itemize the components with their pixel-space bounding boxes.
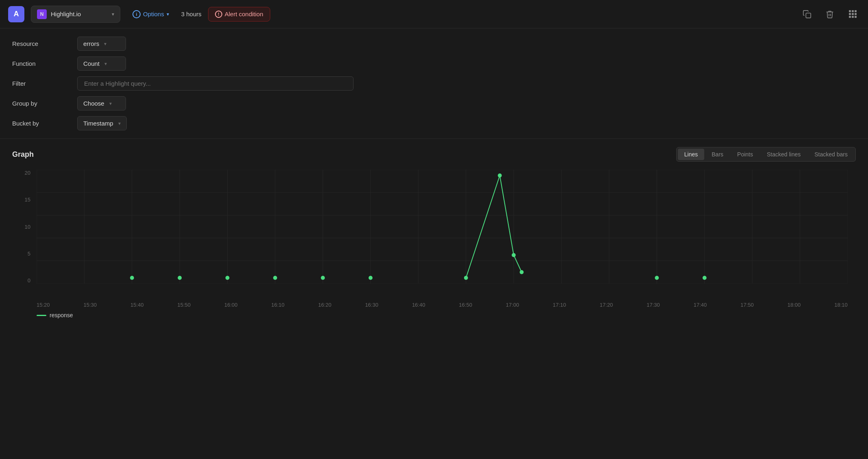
graph-header: Graph Lines Bars Points Stacked lines St… <box>12 147 856 162</box>
x-label-1600: 16:00 <box>224 302 238 308</box>
groupby-chevron-icon: ▾ <box>109 101 112 106</box>
y-label-5: 5 <box>28 251 30 257</box>
svg-point-30 <box>369 276 373 280</box>
x-label-1740: 17:40 <box>694 302 707 308</box>
resource-select[interactable]: errors ▾ <box>77 37 126 51</box>
svg-point-26 <box>178 276 182 280</box>
chart-container: 20 15 10 5 0 <box>12 170 856 308</box>
function-row: Function Count ▾ <box>12 56 856 71</box>
svg-point-31 <box>464 276 468 280</box>
bucketby-select[interactable]: Timestamp ▾ <box>77 116 127 130</box>
x-label-1620: 16:20 <box>318 302 332 308</box>
alert-label: Alert condition <box>225 11 263 17</box>
filter-label: Filter <box>12 80 77 87</box>
x-label-1720: 17:20 <box>600 302 613 308</box>
delete-button[interactable] <box>822 7 837 22</box>
resource-value: errors <box>83 40 99 47</box>
bucketby-chevron-icon: ▾ <box>118 121 121 126</box>
time-label: 3 hours <box>181 11 202 17</box>
bucketby-label: Bucket by <box>12 120 77 127</box>
graph-section: Graph Lines Bars Points Stacked lines St… <box>0 139 868 327</box>
svg-point-27 <box>226 276 230 280</box>
y-axis: 20 15 10 5 0 <box>12 170 35 284</box>
filter-input[interactable] <box>77 76 354 91</box>
graph-type-points[interactable]: Points <box>731 149 760 160</box>
config-section: Resource errors ▾ Function Count ▾ Filte… <box>0 28 868 139</box>
graph-title: Graph <box>12 150 34 159</box>
svg-point-33 <box>703 276 707 280</box>
x-axis: 15:20 15:30 15:40 15:50 16:00 16:10 16:2… <box>37 302 848 308</box>
app-icon: N <box>37 9 47 19</box>
graph-type-selector: Lines Bars Points Stacked lines Stacked … <box>676 147 856 162</box>
function-value: Count <box>83 60 100 67</box>
grid-menu-button[interactable] <box>845 7 860 22</box>
resource-row: Resource errors ▾ <box>12 37 856 51</box>
legend-label: response <box>50 312 73 318</box>
resource-chevron-icon: ▾ <box>104 41 106 47</box>
y-label-20: 20 <box>25 170 30 176</box>
svg-point-36 <box>520 270 524 274</box>
x-label-1730: 17:30 <box>647 302 660 308</box>
graph-type-stacked-lines[interactable]: Stacked lines <box>760 149 807 160</box>
x-label-1630: 16:30 <box>365 302 378 308</box>
bucketby-row: Bucket by Timestamp ▾ <box>12 116 856 130</box>
top-bar: A N Highlight.io ▾ i Options ▾ 3 hours !… <box>0 0 868 28</box>
svg-point-25 <box>130 276 134 280</box>
x-label-1550: 15:50 <box>177 302 191 308</box>
svg-point-34 <box>498 173 502 178</box>
legend-color-swatch <box>37 315 46 316</box>
groupby-value: Choose <box>83 100 104 107</box>
copy-button[interactable] <box>800 7 814 22</box>
groupby-select[interactable]: Choose ▾ <box>77 96 126 110</box>
x-label-1520: 15:20 <box>37 302 50 308</box>
x-label-1750: 17:50 <box>740 302 754 308</box>
app-name: Highlight.io <box>51 11 108 17</box>
alert-icon: ! <box>215 11 222 18</box>
resource-label: Resource <box>12 40 77 47</box>
y-label-10: 10 <box>25 224 30 230</box>
x-label-1810: 18:10 <box>834 302 848 308</box>
svg-point-35 <box>512 253 516 257</box>
chart-legend: response <box>12 312 856 318</box>
x-label-1540: 15:40 <box>130 302 144 308</box>
info-icon: i <box>132 10 141 18</box>
options-chevron-icon: ▾ <box>167 11 169 17</box>
options-button[interactable]: i Options ▾ <box>127 7 175 22</box>
bucketby-value: Timestamp <box>83 120 113 127</box>
function-label: Function <box>12 60 77 67</box>
x-label-1700: 17:00 <box>506 302 519 308</box>
filter-row: Filter <box>12 76 856 91</box>
graph-type-stacked-bars[interactable]: Stacked bars <box>808 149 854 160</box>
x-label-1640: 16:40 <box>412 302 425 308</box>
svg-point-29 <box>321 276 325 280</box>
chart-area <box>37 170 848 284</box>
svg-point-28 <box>273 276 277 280</box>
function-chevron-icon: ▾ <box>104 61 107 67</box>
graph-type-lines[interactable]: Lines <box>678 149 704 160</box>
svg-rect-0 <box>806 13 811 18</box>
groupby-label: Group by <box>12 100 77 107</box>
alert-condition-button[interactable]: ! Alert condition <box>208 7 270 22</box>
app-selector-chevron-icon: ▾ <box>112 11 114 17</box>
y-label-15: 15 <box>25 197 30 203</box>
x-label-1710: 17:10 <box>553 302 566 308</box>
x-label-1610: 16:10 <box>271 302 284 308</box>
x-label-1800: 18:00 <box>788 302 801 308</box>
groupby-row: Group by Choose ▾ <box>12 96 856 110</box>
function-select[interactable]: Count ▾ <box>77 56 126 71</box>
logo: A <box>8 6 24 22</box>
x-label-1650: 16:50 <box>459 302 472 308</box>
app-selector[interactable]: N Highlight.io ▾ <box>31 6 120 23</box>
top-bar-actions <box>800 7 860 22</box>
chart-svg <box>37 170 848 284</box>
grid-icon <box>849 10 857 18</box>
svg-point-32 <box>655 276 659 280</box>
x-label-1530: 15:30 <box>83 302 97 308</box>
options-label: Options <box>143 11 164 17</box>
graph-type-bars[interactable]: Bars <box>705 149 730 160</box>
y-label-0: 0 <box>28 277 30 284</box>
